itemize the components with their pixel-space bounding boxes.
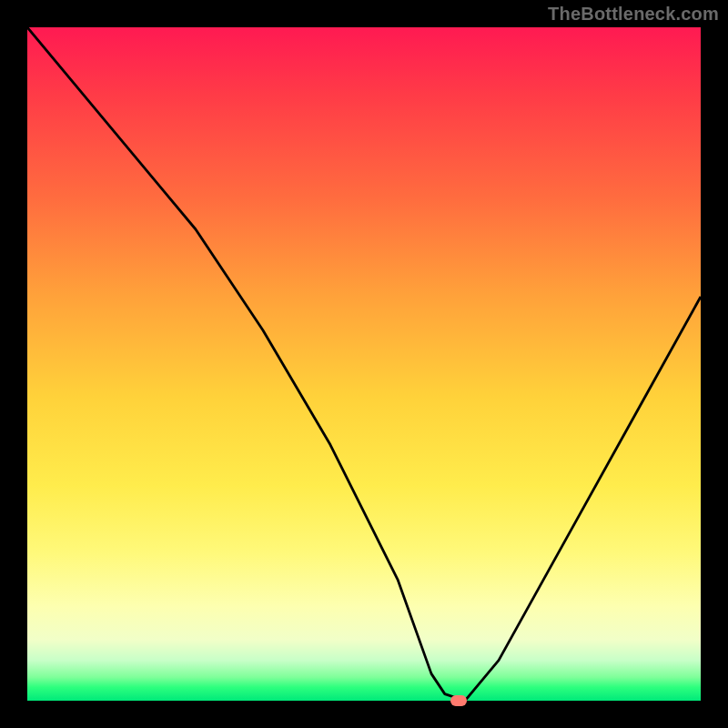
chart-frame: TheBottleneck.com [0, 0, 728, 728]
plot-area [27, 27, 701, 701]
curve-path [27, 27, 701, 701]
current-config-marker [450, 695, 467, 706]
bottleneck-curve [27, 27, 701, 701]
watermark-text: TheBottleneck.com [548, 4, 719, 25]
